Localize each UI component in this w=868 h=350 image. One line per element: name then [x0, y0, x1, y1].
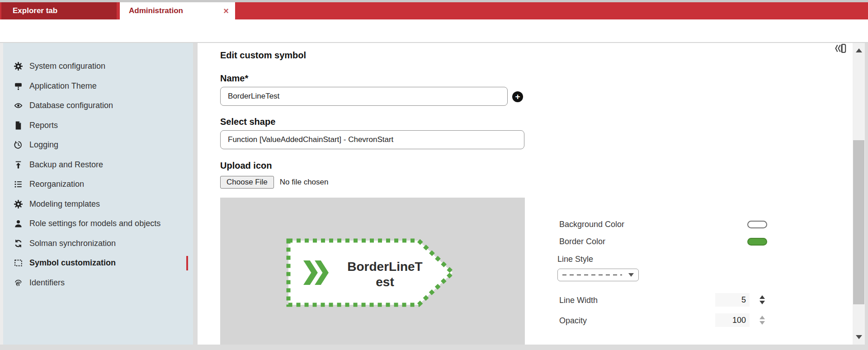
double-chevron-icon — [303, 260, 329, 285]
left-window-edge — [0, 43, 3, 345]
border-color-label: Border Color — [559, 237, 605, 246]
no-file-chosen-text: No file chosen — [280, 178, 329, 187]
add-icon[interactable]: + — [512, 91, 523, 102]
main-scrollbar[interactable] — [853, 43, 865, 345]
tab-administration[interactable]: Administration × — [120, 2, 235, 19]
stepper-down-icon[interactable] — [760, 301, 765, 304]
stepper-up-icon[interactable] — [760, 316, 765, 319]
sidebar-item-label: Symbol customization — [29, 258, 116, 268]
sidebar-item-label: Reports — [29, 121, 58, 130]
sync-icon — [13, 238, 24, 248]
history-icon — [13, 140, 24, 150]
toolbar — [0, 19, 868, 43]
sidebar-item-label: Application Theme — [29, 81, 97, 91]
selected-indicator — [186, 256, 188, 270]
sidebar-item-database-configuration[interactable]: Database configuration — [3, 96, 193, 116]
tab-administration-label: Administration — [129, 6, 183, 15]
sidebar-item-backup-and-restore[interactable]: Backup and Restore — [3, 155, 193, 175]
sidebar-item-label: Solman synchronization — [29, 239, 116, 248]
opacity-input[interactable]: 100 — [715, 313, 750, 327]
sidebar-item-label: Logging — [29, 140, 58, 150]
line-width-stepper[interactable] — [758, 293, 767, 306]
sidebar-item-modeling-templates[interactable]: Modeling templates — [3, 194, 193, 214]
tab-bar: Explorer tab Administration × — [0, 2, 868, 19]
person-icon — [13, 219, 24, 229]
line-style-dropdown[interactable] — [557, 269, 639, 281]
chevron-down-icon — [628, 273, 634, 277]
dashed-line-sample — [562, 274, 622, 275]
sidebar-item-solman-synchronization[interactable]: Solman synchronization — [3, 234, 193, 254]
gear-filled-icon — [13, 199, 24, 209]
sidebar: System configuration Application Theme D… — [3, 43, 193, 345]
opacity-label: Opacity — [559, 316, 587, 326]
scroll-down-icon[interactable] — [856, 335, 862, 339]
sidebar-scrollbar[interactable] — [193, 43, 198, 345]
gear-icon — [13, 61, 24, 71]
stepper-up-icon[interactable] — [760, 295, 765, 299]
sidebar-item-reports[interactable]: Reports — [3, 116, 193, 136]
paint-roller-icon — [13, 81, 24, 91]
eye-icon — [13, 101, 24, 111]
symbol-preview-panel: BorderLineT est — [220, 198, 525, 345]
name-input[interactable] — [220, 87, 508, 106]
sidebar-item-label: Reorganization — [29, 180, 84, 189]
custom-symbol-preview[interactable]: BorderLineT est — [286, 238, 456, 307]
sidebar-item-label: System configuration — [29, 61, 105, 71]
sidebar-item-application-theme[interactable]: Application Theme — [3, 76, 193, 96]
sidebar-item-logging[interactable]: Logging — [3, 135, 193, 155]
scrollbar-thumb[interactable] — [853, 140, 864, 304]
sidebar-item-reorganization[interactable]: Reorganization — [3, 175, 193, 194]
collapse-panel-icon[interactable] — [834, 43, 848, 54]
opacity-stepper[interactable] — [758, 314, 767, 326]
line-width-label: Line Width — [559, 296, 598, 305]
line-style-label: Line Style — [557, 255, 593, 264]
close-icon[interactable]: × — [223, 2, 229, 19]
page-title: Edit custom symbol — [220, 50, 306, 61]
sidebar-item-label: Identifiers — [29, 278, 65, 288]
tab-explorer[interactable]: Explorer tab — [1, 2, 117, 19]
tab-explorer-label: Explorer tab — [13, 6, 57, 15]
upload-icon — [13, 160, 24, 170]
background-color-swatch[interactable] — [747, 221, 767, 228]
bottom-window-edge — [0, 345, 868, 350]
sidebar-item-label: Database configuration — [29, 101, 113, 110]
sidebar-item-label: Role settings for models and objects — [29, 219, 160, 228]
symbol-name-text: BorderLineT est — [340, 259, 429, 290]
fingerprint-icon — [13, 278, 24, 288]
border-color-swatch[interactable] — [747, 238, 767, 246]
list-icon — [13, 180, 24, 189]
right-window-edge — [865, 43, 868, 345]
sidebar-item-label: Backup and Restore — [29, 160, 103, 170]
sidebar-item-system-configuration[interactable]: System configuration — [3, 57, 193, 76]
choose-file-button[interactable]: Choose File — [220, 176, 274, 189]
stepper-down-icon[interactable] — [760, 321, 765, 325]
select-shape-label: Select shape — [220, 117, 275, 127]
shape-input[interactable] — [220, 130, 524, 149]
dashed-square-icon — [13, 258, 24, 268]
background-color-label: Background Color — [559, 220, 624, 229]
sidebar-item-role-settings[interactable]: Role settings for models and objects — [3, 214, 193, 234]
name-label: Name* — [220, 73, 248, 84]
file-upload-row: Choose File No file chosen — [220, 176, 328, 189]
sidebar-item-identifiers[interactable]: Identifiers — [3, 273, 193, 293]
document-icon — [13, 120, 24, 130]
sidebar-item-label: Modeling templates — [29, 199, 100, 209]
upload-icon-label: Upload icon — [220, 161, 272, 171]
scroll-up-icon[interactable] — [856, 48, 862, 52]
line-width-input[interactable]: 5 — [715, 293, 750, 307]
sidebar-item-symbol-customization[interactable]: Symbol customization — [3, 253, 193, 273]
